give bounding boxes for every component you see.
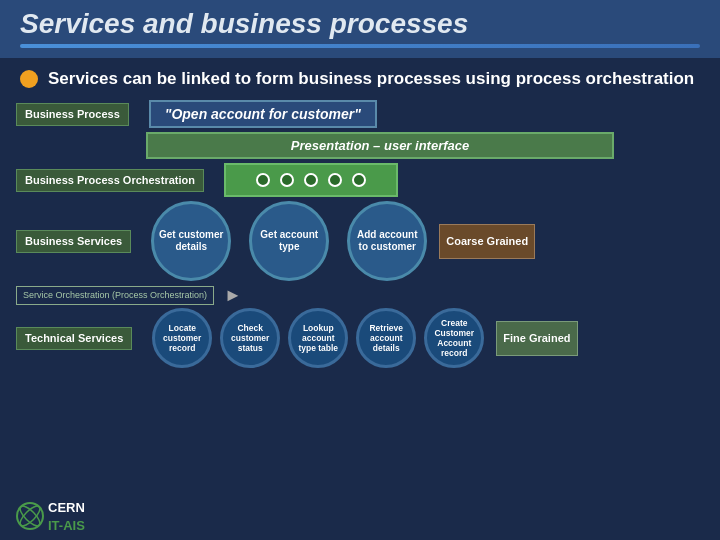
page-title: Services and business processes — [20, 8, 700, 40]
bs-row: Business Services Get customer details G… — [16, 201, 704, 281]
so-row: Service Orchestration (Process Orchestra… — [16, 285, 704, 306]
coarse-grained-label: Coarse Grained — [439, 224, 535, 259]
bullet-row: Services can be linked to form business … — [0, 58, 720, 96]
service-orchestration-label: Service Orchestration (Process Orchestra… — [16, 286, 214, 305]
circle-check-customer-status: Check customer status — [220, 308, 280, 368]
bullet-dot — [20, 70, 38, 88]
business-services-label: Business Services — [16, 230, 131, 253]
bpo-dot-3 — [304, 173, 318, 187]
bullet-text: Services can be linked to form business … — [48, 68, 694, 90]
circle-get-customer-details: Get customer details — [151, 201, 231, 281]
circle-get-account-type: Get account type — [249, 201, 329, 281]
ts-row: Technical Services Locate customer recor… — [16, 308, 704, 368]
cern-text: CERN IT-AIS — [48, 498, 85, 534]
technical-services-label: Technical Services — [16, 327, 132, 350]
open-account-label: "Open account for customer" — [149, 100, 377, 128]
bpo-dot-2 — [280, 173, 294, 187]
fine-grained-label: Fine Grained — [496, 321, 577, 356]
business-services-circles: Get customer details Get account type Ad… — [151, 201, 427, 281]
technical-services-circles: Locate customer record Check customer st… — [152, 308, 484, 368]
header: Services and business processes — [0, 0, 720, 58]
circle-locate-customer-record: Locate customer record — [152, 308, 212, 368]
cern-logo-icon — [16, 502, 44, 530]
bpo-dot-5 — [352, 173, 366, 187]
bp-row: Business Process "Open account for custo… — [16, 100, 704, 128]
main-content: Business Process "Open account for custo… — [0, 100, 720, 368]
presentation-bar: Presentation – user interface — [146, 132, 614, 159]
bpo-dot-4 — [328, 173, 342, 187]
circle-create-customer-account-record: Create Customer Account record — [424, 308, 484, 368]
bpo-dot-1 — [256, 173, 270, 187]
header-underline — [20, 44, 700, 48]
bpo-label: Business Process Orchestration — [16, 169, 204, 192]
circle-retrieve-account-details: Retrieve account details — [356, 308, 416, 368]
circle-lookup-account-type-table: Lookup account type table — [288, 308, 348, 368]
business-process-label: Business Process — [16, 103, 129, 126]
footer: CERN IT-AIS — [16, 498, 85, 534]
arrow-right-icon: ► — [224, 285, 242, 306]
bpo-row: Business Process Orchestration — [16, 163, 704, 197]
bpo-box — [224, 163, 398, 197]
circle-add-account-to-customer: Add account to customer — [347, 201, 427, 281]
